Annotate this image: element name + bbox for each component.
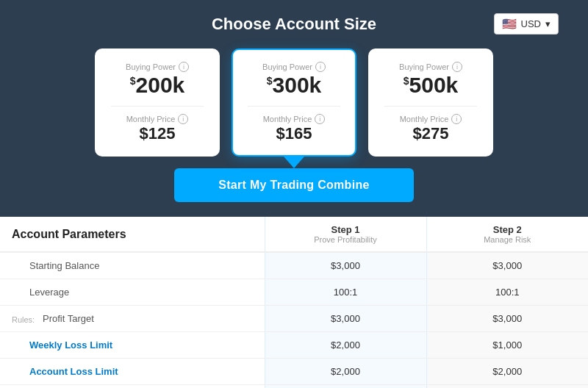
- row-label-weekly-loss-limit: Weekly Loss Limit: [0, 332, 265, 359]
- info-icon-buying-power-200k[interactable]: i: [179, 62, 189, 72]
- account-card-500k[interactable]: Buying Power i $500k Monthly Price i $27…: [368, 48, 493, 157]
- account-parameters-table: Account Parameters Step 1 Prove Profitab…: [0, 217, 588, 388]
- table-section-title: Account Parameters: [0, 217, 265, 252]
- start-trading-combine-button[interactable]: Start My Trading Combine: [174, 168, 413, 202]
- monthly-price-value-300k: $165: [248, 124, 340, 143]
- row-label-leverage: Leverage: [0, 279, 265, 306]
- rules-label: Rules:: [12, 315, 35, 324]
- step1-desc: Prove Profitability: [277, 235, 415, 244]
- card-wrapper-300k: Buying Power i $300k Monthly Price i $16…: [232, 48, 356, 168]
- card-wrapper-200k: Buying Power i $200k Monthly Price i $12…: [95, 48, 220, 168]
- row-label-starting-balance: Starting Balance: [0, 252, 265, 279]
- table-row: Weekly Loss Limit $2,000 $1,000: [0, 332, 588, 359]
- bottom-section: Account Parameters Step 1 Prove Profitab…: [0, 217, 588, 388]
- monthly-price-value-500k: $275: [384, 124, 477, 143]
- table-row: Account Loss Limit $2,000 $2,000: [0, 359, 588, 385]
- row-step2-account-loss: $2,000: [426, 359, 588, 385]
- row-step2-starting-balance: $3,000: [426, 252, 588, 279]
- account-cards-container: Buying Power i $200k Monthly Price i $12…: [29, 48, 559, 168]
- row-step2-positions: ✔: [426, 385, 588, 389]
- account-card-200k[interactable]: Buying Power i $200k Monthly Price i $12…: [95, 48, 220, 157]
- info-icon-price-300k[interactable]: i: [315, 114, 325, 124]
- monthly-price-label-200k: Monthly Price i: [111, 114, 204, 124]
- page-title: Choose Account Size: [29, 15, 559, 34]
- row-step2-weekly-loss: $1,000: [426, 332, 588, 359]
- info-icon-price-500k[interactable]: i: [451, 114, 462, 124]
- account-card-300k[interactable]: Buying Power i $300k Monthly Price i $16…: [232, 48, 356, 157]
- cta-section: Start My Trading Combine: [0, 168, 588, 217]
- account-loss-limit-link[interactable]: Account Loss Limit: [29, 366, 118, 377]
- info-icon-buying-power-500k[interactable]: i: [452, 62, 462, 72]
- row-step1-positions: ✔: [265, 385, 426, 389]
- currency-selector[interactable]: 🇺🇸 USD ▾: [494, 13, 559, 35]
- table-header-row: Account Parameters Step 1 Prove Profitab…: [0, 217, 588, 252]
- buying-power-amount-500k: $500k: [384, 72, 477, 98]
- row-step1-account-loss: $2,000: [265, 359, 426, 385]
- currency-label: USD: [521, 18, 541, 29]
- step2-header: Step 2 Manage Risk: [426, 217, 588, 252]
- info-icon-buying-power-300k[interactable]: i: [315, 62, 326, 72]
- row-label-profit-target: Rules: Profit Target: [0, 306, 265, 332]
- row-step1-starting-balance: $3,000: [265, 252, 426, 279]
- row-step1-profit-target: $3,000: [265, 306, 426, 332]
- buying-power-label-300k: Buying Power i: [248, 62, 340, 72]
- monthly-price-value-200k: $125: [111, 124, 204, 143]
- step2-desc: Manage Risk: [439, 235, 577, 244]
- table-row: All positions closed by 3:45 PM CT every…: [0, 385, 588, 389]
- row-label-account-loss-limit: Account Loss Limit: [0, 359, 265, 385]
- row-step2-leverage: 100:1: [426, 279, 588, 306]
- buying-power-label-200k: Buying Power i: [111, 62, 204, 72]
- weekly-loss-limit-link[interactable]: Weekly Loss Limit: [29, 340, 112, 351]
- monthly-price-label-500k: Monthly Price i: [384, 114, 477, 124]
- buying-power-amount-300k: $300k: [248, 72, 340, 98]
- step1-header: Step 1 Prove Profitability: [265, 217, 426, 252]
- monthly-price-label-300k: Monthly Price i: [248, 114, 340, 124]
- card-wrapper-500k: Buying Power i $500k Monthly Price i $27…: [368, 48, 493, 168]
- table-row: Rules: Profit Target $3,000 $3,000: [0, 306, 588, 332]
- buying-power-label-500k: Buying Power i: [384, 62, 477, 72]
- selected-arrow: [284, 157, 304, 168]
- row-step1-leverage: 100:1: [265, 279, 426, 306]
- chevron-down-icon: ▾: [545, 18, 551, 29]
- buying-power-amount-200k: $200k: [111, 72, 204, 98]
- step1-name: Step 1: [277, 224, 415, 235]
- table-row: Leverage 100:1 100:1: [0, 279, 588, 306]
- step2-name: Step 2: [439, 224, 577, 235]
- row-step2-profit-target: $3,000: [426, 306, 588, 332]
- info-icon-price-200k[interactable]: i: [178, 114, 188, 124]
- row-step1-weekly-loss: $2,000: [265, 332, 426, 359]
- flag-icon: 🇺🇸: [502, 17, 517, 31]
- row-label-positions-closed: All positions closed by 3:45 PM CT every…: [0, 385, 265, 389]
- table-row: Starting Balance $3,000 $3,000: [0, 252, 588, 279]
